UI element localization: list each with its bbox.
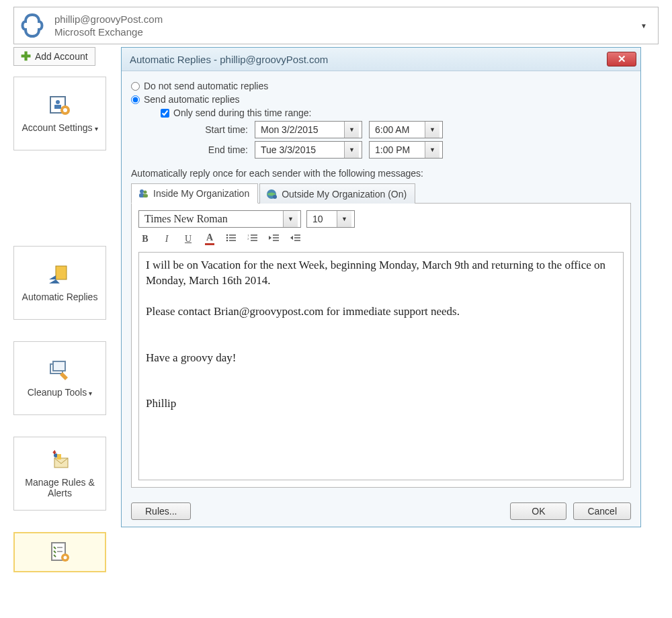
svg-rect-5 bbox=[56, 266, 67, 279]
svg-point-15 bbox=[64, 556, 67, 560]
auto-reply-section-label: Automatically reply once for each sender… bbox=[131, 168, 631, 179]
checklist-gear-icon bbox=[46, 540, 73, 564]
chevron-down-icon[interactable]: ▼ bbox=[344, 142, 359, 158]
start-date-value: Mon 3/2/2015 bbox=[261, 124, 319, 135]
checkbox-only-range-input[interactable] bbox=[161, 109, 169, 118]
svg-point-21 bbox=[273, 195, 277, 199]
end-date-combo[interactable]: Tue 3/3/2015 ▼ bbox=[255, 141, 362, 159]
chevron-down-icon: ▾ bbox=[89, 390, 92, 397]
tabs: Inside My Organization Outside My Organi… bbox=[131, 183, 631, 204]
underline-button[interactable]: U bbox=[181, 234, 195, 245]
svg-point-1 bbox=[56, 100, 60, 104]
svg-rect-19 bbox=[143, 194, 148, 197]
ok-button[interactable]: OK bbox=[510, 502, 566, 520]
message-body-editor[interactable]: I will be on Vacation for the next Week,… bbox=[138, 252, 624, 480]
svg-point-22 bbox=[226, 234, 228, 236]
tile-account-settings[interactable]: Account Settings▾ bbox=[13, 77, 106, 150]
radio-do-not-send-input[interactable] bbox=[131, 82, 140, 91]
account-info: phillip@groovyPost.com Microsoft Exchang… bbox=[54, 13, 634, 39]
end-time-label: End time: bbox=[187, 144, 248, 155]
font-color-button[interactable]: A bbox=[203, 233, 216, 245]
start-time-value: 6:00 AM bbox=[375, 124, 409, 135]
close-icon: ✕ bbox=[618, 53, 626, 65]
svg-point-4 bbox=[63, 108, 67, 112]
account-email: phillip@groovyPost.com bbox=[54, 13, 634, 26]
bullet-list-button[interactable] bbox=[224, 233, 238, 245]
start-time-combo[interactable]: 6:00 AM ▼ bbox=[369, 121, 443, 138]
tab-outside-org[interactable]: Outside My Organization (On) bbox=[259, 183, 415, 204]
plus-icon: ✚ bbox=[21, 50, 31, 62]
editor-panel: Times New Roman ▼ 10 ▼ B I U bbox=[131, 204, 631, 488]
dialog-footer: Rules... OK Cancel bbox=[122, 496, 640, 527]
dialog-titlebar: Automatic Replies - phillip@groovyPost.c… bbox=[122, 48, 640, 71]
tab-inside-org[interactable]: Inside My Organization bbox=[131, 183, 258, 204]
tile-label: Account Settings▾ bbox=[22, 122, 97, 133]
account-type: Microsoft Exchange bbox=[54, 26, 634, 39]
automatic-replies-icon bbox=[46, 263, 73, 288]
tile-label: Automatic Replies bbox=[22, 292, 98, 302]
dialog-title: Automatic Replies - phillip@groovyPost.c… bbox=[130, 54, 607, 65]
end-time-combo[interactable]: 1:00 PM ▼ bbox=[369, 141, 443, 159]
svg-rect-10 bbox=[57, 454, 61, 459]
account-settings-icon bbox=[46, 94, 73, 118]
account-selector[interactable]: phillip@groovyPost.com Microsoft Exchang… bbox=[13, 7, 659, 44]
chevron-down-icon[interactable]: ▼ bbox=[640, 22, 651, 30]
svg-point-24 bbox=[226, 240, 228, 242]
tile-cleanup-tools[interactable]: Cleanup Tools▾ bbox=[13, 341, 106, 415]
tab-label: Outside My Organization (On) bbox=[282, 189, 407, 200]
checkbox-label: Only send during this time range: bbox=[173, 107, 311, 118]
end-date-value: Tue 3/3/2015 bbox=[261, 144, 316, 155]
font-name-value: Times New Roman bbox=[144, 213, 228, 225]
svg-text:2: 2 bbox=[247, 237, 249, 240]
radio-send-input[interactable] bbox=[131, 95, 140, 104]
cancel-button[interactable]: Cancel bbox=[573, 502, 631, 520]
chevron-down-icon[interactable]: ▼ bbox=[425, 122, 439, 138]
start-time-label: Start time: bbox=[187, 124, 248, 135]
add-account-label: Add Account bbox=[35, 51, 88, 62]
svg-point-17 bbox=[144, 191, 147, 194]
automatic-replies-dialog: Automatic Replies - phillip@groovyPost.c… bbox=[121, 47, 641, 527]
radio-do-not-send[interactable]: Do not send automatic replies bbox=[131, 81, 631, 91]
start-date-combo[interactable]: Mon 3/2/2015 ▼ bbox=[255, 121, 362, 138]
svg-rect-2 bbox=[54, 105, 61, 109]
sidebar: ✚ Add Account Account Settings▾ bbox=[13, 47, 114, 572]
font-size-value: 10 bbox=[312, 214, 323, 224]
radio-label: Do not send automatic replies bbox=[144, 81, 268, 91]
outdent-button[interactable] bbox=[267, 233, 281, 245]
tile-extra-highlighted[interactable] bbox=[13, 532, 106, 572]
tile-automatic-replies[interactable]: Automatic Replies bbox=[13, 246, 106, 320]
close-button[interactable]: ✕ bbox=[607, 52, 636, 67]
svg-point-16 bbox=[140, 189, 144, 193]
cleanup-tools-icon bbox=[46, 359, 73, 383]
people-icon bbox=[137, 187, 149, 200]
exchange-logo-icon bbox=[17, 10, 48, 41]
chevron-down-icon: ▾ bbox=[95, 125, 98, 132]
checkbox-only-range[interactable]: Only send during this time range: bbox=[161, 107, 631, 118]
svg-rect-7 bbox=[53, 361, 65, 371]
format-toolbar: B I U A 12 bbox=[138, 233, 624, 245]
svg-point-23 bbox=[226, 237, 228, 239]
tile-manage-rules[interactable]: Manage Rules & Alerts bbox=[13, 437, 106, 511]
chevron-down-icon[interactable]: ▼ bbox=[337, 211, 351, 227]
tile-label: Cleanup Tools▾ bbox=[28, 387, 92, 398]
chevron-down-icon[interactable]: ▼ bbox=[283, 211, 298, 227]
radio-label: Send automatic replies bbox=[144, 94, 239, 105]
end-time-value: 1:00 PM bbox=[375, 144, 410, 155]
add-account-button[interactable]: ✚ Add Account bbox=[13, 47, 95, 66]
tile-label: Manage Rules & Alerts bbox=[14, 477, 106, 498]
rules-button[interactable]: Rules... bbox=[131, 502, 191, 520]
italic-button[interactable]: I bbox=[160, 234, 173, 245]
tab-label: Inside My Organization bbox=[153, 188, 249, 199]
font-name-combo[interactable]: Times New Roman ▼ bbox=[138, 210, 301, 228]
chevron-down-icon[interactable]: ▼ bbox=[425, 142, 439, 158]
globe-icon bbox=[265, 188, 278, 200]
number-list-button[interactable]: 12 bbox=[246, 233, 259, 245]
radio-send[interactable]: Send automatic replies bbox=[131, 94, 631, 105]
indent-button[interactable] bbox=[289, 233, 302, 245]
manage-rules-icon bbox=[46, 449, 73, 473]
bold-button[interactable]: B bbox=[138, 234, 152, 245]
chevron-down-icon[interactable]: ▼ bbox=[344, 122, 359, 138]
font-size-combo[interactable]: 10 ▼ bbox=[306, 210, 355, 228]
